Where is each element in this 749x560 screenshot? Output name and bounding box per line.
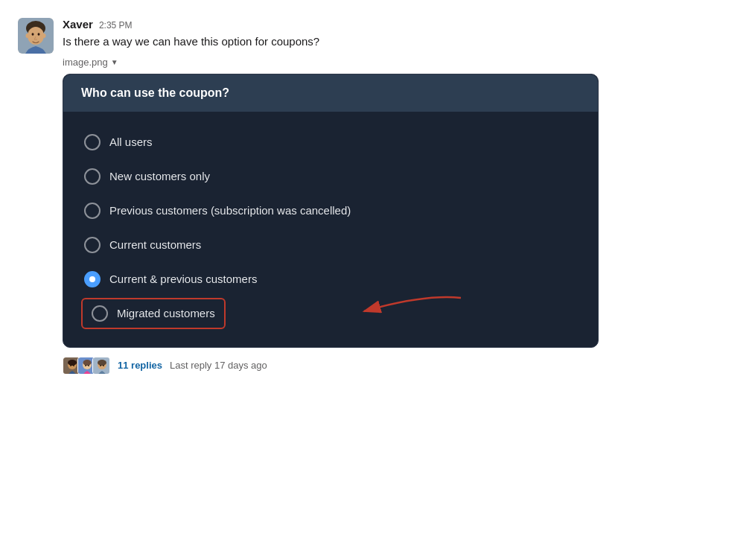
- message-text: Is there a way we can have this option f…: [63, 34, 688, 51]
- svg-point-5: [26, 34, 30, 38]
- radio-circle-previous-customers: [84, 203, 101, 219]
- svg-point-15: [83, 360, 92, 366]
- radio-circle-new-customers: [84, 168, 101, 185]
- svg-point-22: [103, 365, 104, 366]
- radio-label-migrated: Migrated customers: [117, 305, 215, 321]
- svg-point-20: [98, 360, 106, 366]
- svg-point-12: [73, 365, 74, 366]
- svg-point-10: [68, 360, 77, 366]
- replies-meta: Last reply 17 days ago: [170, 360, 267, 371]
- migrated-customers-row: Migrated customers: [81, 298, 580, 329]
- radio-circle-current-customers: [84, 237, 101, 253]
- svg-point-21: [100, 365, 101, 366]
- svg-point-6: [42, 34, 46, 38]
- svg-point-17: [88, 365, 89, 366]
- svg-point-3: [32, 33, 34, 36]
- chevron-down-icon: ▼: [111, 58, 118, 66]
- radio-label-current-previous: Current & previous customers: [109, 271, 257, 287]
- message-body: Xaver 2:35 PM Is there a way we can have…: [63, 18, 688, 375]
- coupon-card-header: Who can use the coupon?: [63, 74, 598, 112]
- svg-point-16: [85, 365, 86, 366]
- message-container: Xaver 2:35 PM Is there a way we can have…: [18, 18, 688, 375]
- svg-point-2: [28, 27, 44, 45]
- svg-point-4: [38, 33, 40, 36]
- avatar: [18, 18, 54, 54]
- svg-point-11: [70, 365, 71, 366]
- radio-option-migrated[interactable]: Migrated customers: [81, 298, 226, 329]
- radio-label-new-customers: New customers only: [109, 168, 210, 184]
- replies-count[interactable]: 11 replies: [118, 360, 162, 371]
- radio-option-new-customers[interactable]: New customers only: [81, 161, 580, 192]
- reply-avatar-3: [92, 357, 110, 375]
- radio-circle-migrated: [92, 305, 108, 322]
- coupon-card-body: All users New customers only Previous cu…: [63, 112, 598, 347]
- username: Xaver: [63, 18, 93, 31]
- radio-label-previous-customers: Previous customers (subscription was can…: [109, 203, 351, 218]
- annotation-arrow: [305, 290, 468, 328]
- attachment-label[interactable]: image.png ▼: [63, 57, 688, 68]
- radio-option-previous-customers[interactable]: Previous customers (subscription was can…: [81, 195, 580, 226]
- replies-section: 11 replies Last reply 17 days ago: [63, 357, 688, 375]
- timestamp: 2:35 PM: [99, 20, 133, 31]
- coupon-card-title: Who can use the coupon?: [81, 86, 229, 99]
- radio-circle-all-users: [84, 134, 101, 150]
- radio-label-current-customers: Current customers: [109, 237, 201, 252]
- message-header: Xaver 2:35 PM: [63, 18, 688, 31]
- radio-option-all-users[interactable]: All users: [81, 127, 580, 158]
- radio-label-all-users: All users: [109, 134, 153, 150]
- radio-option-current-customers[interactable]: Current customers: [81, 229, 580, 261]
- attachment-filename: image.png: [63, 57, 108, 68]
- radio-circle-current-previous: [84, 271, 101, 287]
- coupon-card: Who can use the coupon? All users New cu…: [63, 74, 599, 348]
- reply-avatars: [63, 357, 110, 375]
